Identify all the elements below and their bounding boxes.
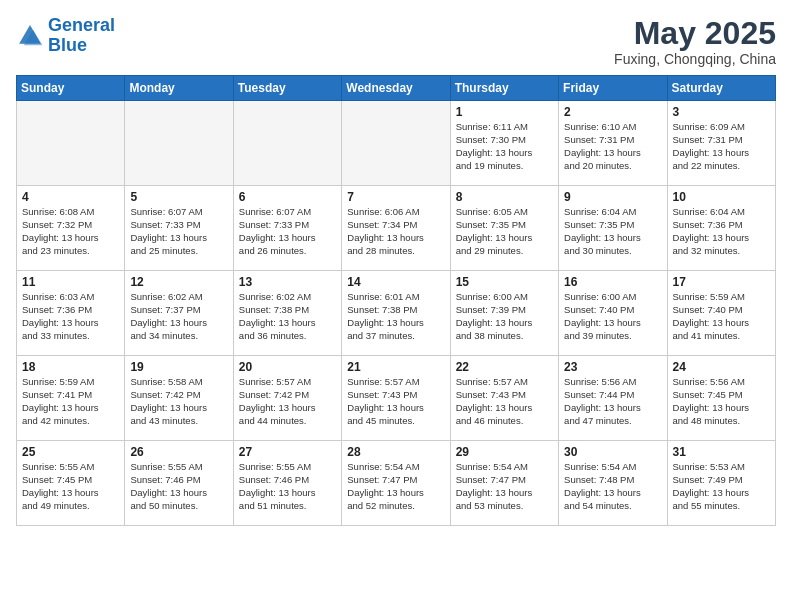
day-info: Sunrise: 6:04 AM Sunset: 7:36 PM Dayligh… [673,206,770,257]
calendar-cell: 6Sunrise: 6:07 AM Sunset: 7:33 PM Daylig… [233,186,341,271]
logo-text: General Blue [48,16,115,56]
day-number: 6 [239,190,336,204]
calendar-week-1: 1Sunrise: 6:11 AM Sunset: 7:30 PM Daylig… [17,101,776,186]
calendar-cell [342,101,450,186]
day-info: Sunrise: 6:01 AM Sunset: 7:38 PM Dayligh… [347,291,444,342]
day-number: 25 [22,445,119,459]
day-info: Sunrise: 6:06 AM Sunset: 7:34 PM Dayligh… [347,206,444,257]
calendar-week-2: 4Sunrise: 6:08 AM Sunset: 7:32 PM Daylig… [17,186,776,271]
calendar-cell: 24Sunrise: 5:56 AM Sunset: 7:45 PM Dayli… [667,356,775,441]
day-info: Sunrise: 5:57 AM Sunset: 7:43 PM Dayligh… [347,376,444,427]
calendar-cell: 15Sunrise: 6:00 AM Sunset: 7:39 PM Dayli… [450,271,558,356]
day-info: Sunrise: 6:07 AM Sunset: 7:33 PM Dayligh… [130,206,227,257]
day-info: Sunrise: 5:57 AM Sunset: 7:42 PM Dayligh… [239,376,336,427]
calendar-cell: 26Sunrise: 5:55 AM Sunset: 7:46 PM Dayli… [125,441,233,526]
day-number: 23 [564,360,661,374]
weekday-header-tuesday: Tuesday [233,76,341,101]
calendar-cell: 9Sunrise: 6:04 AM Sunset: 7:35 PM Daylig… [559,186,667,271]
day-number: 31 [673,445,770,459]
day-number: 1 [456,105,553,119]
calendar-cell: 30Sunrise: 5:54 AM Sunset: 7:48 PM Dayli… [559,441,667,526]
calendar-cell [233,101,341,186]
calendar-cell [125,101,233,186]
day-number: 26 [130,445,227,459]
day-info: Sunrise: 5:54 AM Sunset: 7:48 PM Dayligh… [564,461,661,512]
day-info: Sunrise: 5:59 AM Sunset: 7:40 PM Dayligh… [673,291,770,342]
day-number: 29 [456,445,553,459]
day-number: 28 [347,445,444,459]
calendar-cell: 4Sunrise: 6:08 AM Sunset: 7:32 PM Daylig… [17,186,125,271]
day-number: 15 [456,275,553,289]
page-header: General Blue May 2025 Fuxing, Chongqing,… [16,16,776,67]
day-info: Sunrise: 5:56 AM Sunset: 7:44 PM Dayligh… [564,376,661,427]
weekday-header-saturday: Saturday [667,76,775,101]
weekday-header-friday: Friday [559,76,667,101]
calendar-cell: 17Sunrise: 5:59 AM Sunset: 7:40 PM Dayli… [667,271,775,356]
day-number: 30 [564,445,661,459]
day-info: Sunrise: 6:08 AM Sunset: 7:32 PM Dayligh… [22,206,119,257]
calendar-cell [17,101,125,186]
calendar-cell: 5Sunrise: 6:07 AM Sunset: 7:33 PM Daylig… [125,186,233,271]
logo-line1: General [48,15,115,35]
day-number: 19 [130,360,227,374]
day-number: 18 [22,360,119,374]
calendar-cell: 2Sunrise: 6:10 AM Sunset: 7:31 PM Daylig… [559,101,667,186]
calendar-week-3: 11Sunrise: 6:03 AM Sunset: 7:36 PM Dayli… [17,271,776,356]
day-info: Sunrise: 5:54 AM Sunset: 7:47 PM Dayligh… [456,461,553,512]
logo-icon [16,22,44,50]
day-info: Sunrise: 5:59 AM Sunset: 7:41 PM Dayligh… [22,376,119,427]
day-info: Sunrise: 6:10 AM Sunset: 7:31 PM Dayligh… [564,121,661,172]
day-info: Sunrise: 6:05 AM Sunset: 7:35 PM Dayligh… [456,206,553,257]
day-info: Sunrise: 5:55 AM Sunset: 7:45 PM Dayligh… [22,461,119,512]
day-number: 13 [239,275,336,289]
weekday-header-row: SundayMondayTuesdayWednesdayThursdayFrid… [17,76,776,101]
day-info: Sunrise: 5:57 AM Sunset: 7:43 PM Dayligh… [456,376,553,427]
weekday-header-sunday: Sunday [17,76,125,101]
calendar-cell: 29Sunrise: 5:54 AM Sunset: 7:47 PM Dayli… [450,441,558,526]
logo: General Blue [16,16,115,56]
calendar-cell: 3Sunrise: 6:09 AM Sunset: 7:31 PM Daylig… [667,101,775,186]
calendar-title: May 2025 [614,16,776,51]
day-info: Sunrise: 6:04 AM Sunset: 7:35 PM Dayligh… [564,206,661,257]
calendar-cell: 22Sunrise: 5:57 AM Sunset: 7:43 PM Dayli… [450,356,558,441]
day-info: Sunrise: 6:03 AM Sunset: 7:36 PM Dayligh… [22,291,119,342]
calendar-table: SundayMondayTuesdayWednesdayThursdayFrid… [16,75,776,526]
day-info: Sunrise: 5:58 AM Sunset: 7:42 PM Dayligh… [130,376,227,427]
calendar-cell: 23Sunrise: 5:56 AM Sunset: 7:44 PM Dayli… [559,356,667,441]
calendar-cell: 27Sunrise: 5:55 AM Sunset: 7:46 PM Dayli… [233,441,341,526]
calendar-cell: 21Sunrise: 5:57 AM Sunset: 7:43 PM Dayli… [342,356,450,441]
calendar-cell: 20Sunrise: 5:57 AM Sunset: 7:42 PM Dayli… [233,356,341,441]
day-number: 16 [564,275,661,289]
day-number: 20 [239,360,336,374]
day-info: Sunrise: 5:55 AM Sunset: 7:46 PM Dayligh… [130,461,227,512]
calendar-cell: 10Sunrise: 6:04 AM Sunset: 7:36 PM Dayli… [667,186,775,271]
day-number: 22 [456,360,553,374]
weekday-header-thursday: Thursday [450,76,558,101]
day-info: Sunrise: 6:00 AM Sunset: 7:40 PM Dayligh… [564,291,661,342]
day-number: 7 [347,190,444,204]
day-number: 14 [347,275,444,289]
day-number: 9 [564,190,661,204]
weekday-header-wednesday: Wednesday [342,76,450,101]
day-number: 27 [239,445,336,459]
day-info: Sunrise: 6:09 AM Sunset: 7:31 PM Dayligh… [673,121,770,172]
title-block: May 2025 Fuxing, Chongqing, China [614,16,776,67]
calendar-cell: 25Sunrise: 5:55 AM Sunset: 7:45 PM Dayli… [17,441,125,526]
calendar-cell: 16Sunrise: 6:00 AM Sunset: 7:40 PM Dayli… [559,271,667,356]
day-number: 8 [456,190,553,204]
day-number: 21 [347,360,444,374]
calendar-cell: 12Sunrise: 6:02 AM Sunset: 7:37 PM Dayli… [125,271,233,356]
calendar-cell: 1Sunrise: 6:11 AM Sunset: 7:30 PM Daylig… [450,101,558,186]
day-number: 3 [673,105,770,119]
day-number: 2 [564,105,661,119]
day-number: 24 [673,360,770,374]
day-number: 11 [22,275,119,289]
day-info: Sunrise: 6:02 AM Sunset: 7:37 PM Dayligh… [130,291,227,342]
calendar-subtitle: Fuxing, Chongqing, China [614,51,776,67]
day-info: Sunrise: 6:11 AM Sunset: 7:30 PM Dayligh… [456,121,553,172]
day-info: Sunrise: 5:53 AM Sunset: 7:49 PM Dayligh… [673,461,770,512]
calendar-cell: 14Sunrise: 6:01 AM Sunset: 7:38 PM Dayli… [342,271,450,356]
calendar-cell: 8Sunrise: 6:05 AM Sunset: 7:35 PM Daylig… [450,186,558,271]
calendar-week-4: 18Sunrise: 5:59 AM Sunset: 7:41 PM Dayli… [17,356,776,441]
calendar-cell: 31Sunrise: 5:53 AM Sunset: 7:49 PM Dayli… [667,441,775,526]
